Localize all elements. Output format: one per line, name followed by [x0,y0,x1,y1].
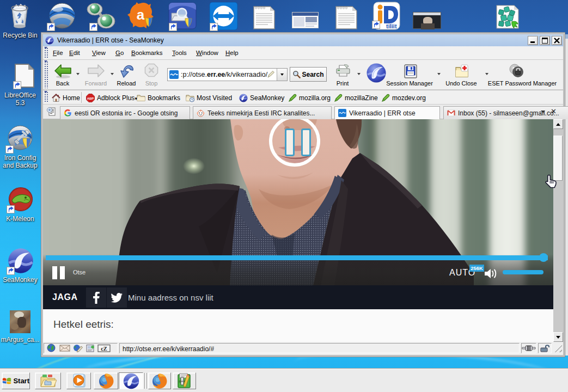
svg-text:a: a [137,7,145,23]
svg-text:tiliit: tiliit [386,23,397,29]
svg-text:ABP: ABP [87,97,94,100]
svg-text:cZ: cZ [101,346,107,352]
